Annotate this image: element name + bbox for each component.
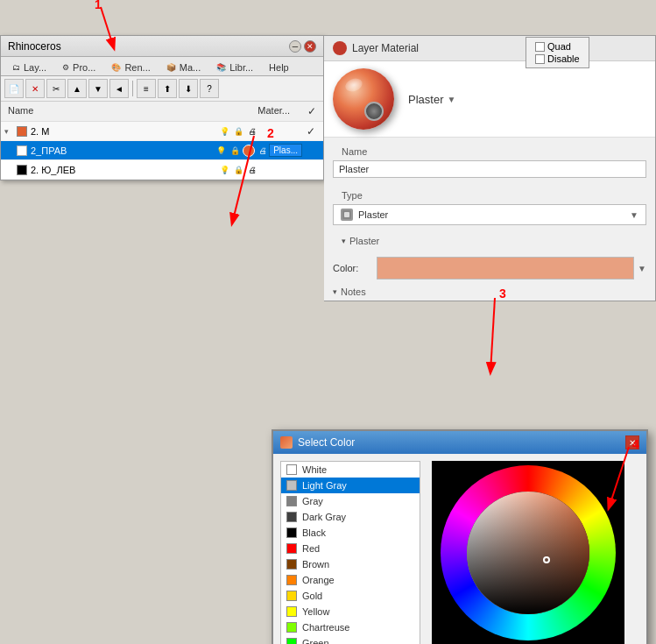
color-item-black[interactable]: Black bbox=[281, 525, 420, 541]
layer-material-button[interactable]: Plas... bbox=[269, 144, 302, 157]
color-dot bbox=[286, 543, 297, 554]
color-name-lightgray: Light Gray bbox=[302, 480, 347, 491]
tab-render[interactable]: 🎨 Ren... bbox=[103, 59, 158, 75]
color-item-yellow[interactable]: Yellow bbox=[281, 604, 420, 619]
dialog-title-text: Select Color bbox=[280, 436, 355, 449]
color-gradient-area[interactable] bbox=[467, 492, 589, 614]
color-name-red: Red bbox=[302, 543, 320, 554]
type-section-label: Type bbox=[333, 185, 646, 204]
help-button[interactable]: ? bbox=[200, 79, 219, 98]
color-item-red[interactable]: Red bbox=[281, 541, 420, 556]
new-layer-button[interactable]: 📄 bbox=[4, 79, 24, 98]
import-button[interactable]: ⬆ bbox=[158, 79, 177, 98]
layer-row[interactable]: ▸ 2_ПРАВ 💡 🔒 🖨 Plas... bbox=[1, 141, 323, 160]
type-dropdown-arrow-icon: ▼ bbox=[630, 210, 638, 220]
filter-button[interactable]: ≡ bbox=[137, 79, 156, 98]
color-name-brown: Brown bbox=[302, 559, 329, 570]
tab-library[interactable]: 📚 Libr... bbox=[208, 59, 261, 75]
type-dropdown[interactable]: Plaster ▼ bbox=[333, 204, 646, 225]
color-dot bbox=[286, 622, 297, 633]
layer-check[interactable]: ✓ bbox=[302, 125, 320, 138]
lock-icon[interactable]: 🔒 bbox=[232, 125, 244, 138]
color-item-brown[interactable]: Brown bbox=[281, 556, 420, 572]
layer-color-swatch[interactable] bbox=[17, 126, 27, 137]
color-item-gray[interactable]: Gray bbox=[281, 493, 420, 509]
select-color-dialog: Select Color ✕ White Light Gray Gray bbox=[272, 429, 648, 644]
tab-help-label: Help bbox=[269, 62, 289, 73]
type-value: Plaster bbox=[358, 209, 624, 220]
move-up-button[interactable]: ▲ bbox=[67, 79, 87, 98]
print-icon[interactable]: 🖨 bbox=[246, 125, 258, 138]
material-display-name: Plaster bbox=[408, 93, 443, 106]
tab-help[interactable]: Help bbox=[261, 59, 297, 75]
color-list-container: White Light Gray Gray Dark Gray Black bbox=[280, 461, 425, 644]
tab-materials-label: Ma... bbox=[180, 62, 201, 73]
tab-materials[interactable]: 📦 Ma... bbox=[159, 59, 208, 75]
name-input[interactable] bbox=[333, 160, 646, 178]
type-field-row: Type Plaster ▼ bbox=[324, 181, 655, 229]
layer-icons: 💡 🔒 🖨 bbox=[215, 145, 269, 157]
bulb-icon[interactable]: 💡 bbox=[218, 125, 230, 138]
move-left-button[interactable]: ◄ bbox=[109, 79, 129, 98]
bulb-icon[interactable]: 💡 bbox=[218, 164, 230, 176]
notes-collapse-icon[interactable]: ▾ bbox=[333, 287, 337, 296]
color-name-list[interactable]: White Light Gray Gray Dark Gray Black bbox=[280, 461, 420, 644]
color-name-yellow: Yellow bbox=[302, 606, 329, 617]
tab-properties[interactable]: ⚙ Pro... bbox=[54, 59, 103, 75]
dialog-close-button[interactable]: ✕ bbox=[625, 435, 639, 449]
tab-layers[interactable]: 🗂 Lay... bbox=[4, 59, 54, 75]
rhino-window: Rhinoceros ─ ✕ 🗂 Lay... ⚙ Pro... 🎨 Ren..… bbox=[0, 35, 324, 180]
col-name-label: Name bbox=[8, 105, 33, 117]
disable-checkbox[interactable] bbox=[535, 54, 545, 64]
layer-color-swatch[interactable] bbox=[17, 165, 27, 175]
color-dot bbox=[286, 559, 297, 570]
color-dot bbox=[286, 464, 297, 475]
export-button[interactable]: ⬇ bbox=[179, 79, 198, 98]
print-icon[interactable]: 🖨 bbox=[257, 145, 269, 157]
color-item-darkgray[interactable]: Dark Gray bbox=[281, 509, 420, 525]
color-item-chartreuse[interactable]: Chartreuse bbox=[281, 619, 420, 635]
material-panel-title: Layer Material bbox=[352, 42, 419, 54]
layer-column-headers: Name Mater... ✓ bbox=[1, 102, 323, 122]
move-down-button[interactable]: ▼ bbox=[88, 79, 108, 98]
layer-row[interactable]: ▾ 2. М 💡 🔒 🖨 ✓ bbox=[1, 122, 323, 141]
layer-row[interactable]: ▸ 2. Ю_ЛЕВ 💡 🔒 🖨 bbox=[1, 160, 323, 180]
expand-icon[interactable]: ▾ bbox=[4, 127, 17, 136]
material-name-dropdown[interactable]: Plaster ▼ bbox=[408, 93, 455, 106]
material-panel-icon bbox=[333, 41, 347, 55]
plaster-type-icon bbox=[341, 209, 353, 221]
quad-option[interactable]: Quad bbox=[535, 41, 580, 52]
plaster-section: ▾ Plaster bbox=[324, 229, 655, 253]
close-button[interactable]: ✕ bbox=[304, 40, 316, 53]
sv-gradient[interactable] bbox=[467, 492, 589, 614]
material-preview-ball bbox=[333, 68, 394, 130]
color-item-green[interactable]: Green bbox=[281, 635, 420, 644]
plaster-collapse-icon[interactable]: ▾ bbox=[342, 237, 346, 245]
dialog-titlebar: Select Color ✕ bbox=[273, 431, 646, 454]
layer-name: 2_ПРАВ bbox=[31, 145, 215, 156]
color-row: Color: ▼ bbox=[324, 253, 655, 283]
quad-checkbox[interactable] bbox=[535, 42, 545, 52]
color-name-black: Black bbox=[302, 527, 326, 538]
disable-option[interactable]: Disable bbox=[535, 53, 580, 64]
svg-text:1: 1 bbox=[95, 0, 102, 11]
minimize-button[interactable]: ─ bbox=[289, 40, 301, 53]
cut-button[interactable]: ✂ bbox=[46, 79, 66, 98]
color-name-green: Green bbox=[302, 638, 329, 644]
color-dot bbox=[286, 512, 297, 522]
color-item-orange[interactable]: Orange bbox=[281, 572, 420, 588]
color-wheel-container[interactable] bbox=[432, 461, 624, 644]
lock-icon[interactable]: 🔒 bbox=[229, 145, 241, 157]
bulb-icon[interactable]: 💡 bbox=[215, 145, 227, 157]
color-dot bbox=[286, 496, 297, 506]
layer-color-swatch[interactable] bbox=[17, 145, 27, 156]
color-item-gold[interactable]: Gold bbox=[281, 588, 420, 604]
delete-layer-button[interactable]: ✕ bbox=[25, 79, 45, 98]
lock-icon[interactable]: 🔒 bbox=[232, 164, 244, 176]
color-item-white[interactable]: White bbox=[281, 462, 420, 478]
color-item-lightgray[interactable]: Light Gray bbox=[281, 478, 420, 493]
color-swatch-button[interactable] bbox=[377, 257, 634, 280]
top-bar-options: Quad Disable bbox=[526, 37, 589, 68]
color-picker-dot[interactable] bbox=[543, 556, 550, 563]
print-icon[interactable]: 🖨 bbox=[246, 164, 258, 176]
